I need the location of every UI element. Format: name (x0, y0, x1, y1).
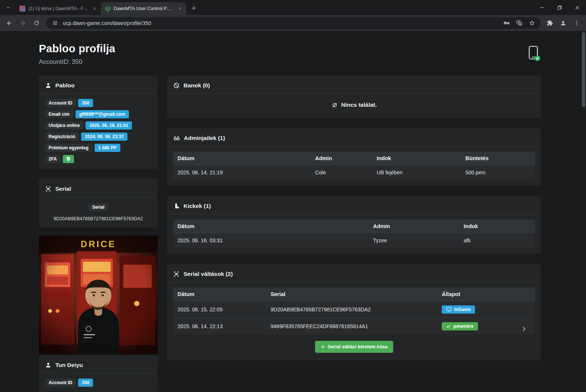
bans-title: Banok (0) (183, 82, 210, 89)
field-label: Account ID (45, 379, 76, 387)
plus-icon (191, 5, 197, 11)
browser-toolbar: ucp.dawn-game.com/dawn/profile/350 (0, 15, 586, 31)
field-label: Regisztráció (45, 133, 79, 141)
site-info-icon[interactable] (50, 18, 60, 28)
tab-strip: (1) Új téma | DawnMTA - Fórum DawnMTA Us… (0, 0, 586, 15)
profile-card: Pabloo Account ID 350 Email cím gf9698**… (39, 75, 158, 169)
field-value: 350 (78, 379, 93, 387)
kebab-menu-icon (574, 20, 580, 26)
mobile-device-verified-icon (526, 46, 541, 62)
kicks-table: Dátum Admin Indok 2025. 06. 16. 03:31 Ty… (173, 220, 535, 248)
profile-avatar-button[interactable] (557, 17, 570, 29)
tab-search-button[interactable] (3, 2, 13, 13)
cell-admin: Cole (311, 165, 372, 180)
forward-button[interactable] (16, 17, 29, 29)
second-character-name: Tun Deiyu (55, 362, 83, 368)
column-header: Dátum (173, 287, 266, 301)
reload-button[interactable] (30, 17, 43, 29)
field-value: 2025. 06. 18. 21:01 (86, 121, 132, 130)
close-button[interactable] (568, 0, 586, 15)
tab-title: (1) Új téma | DawnMTA - Fórum (28, 6, 88, 11)
field-label: Email cím (45, 110, 73, 118)
check-icon (446, 324, 451, 329)
bookmark-star-icon[interactable] (527, 18, 537, 28)
table-row: 2025. 06. 14. 21:19 Cole UB fejében 500 … (173, 165, 535, 180)
new-tab-button[interactable] (188, 3, 199, 13)
back-button[interactable] (3, 17, 16, 29)
kicks-title: Kickek (1) (183, 203, 211, 209)
plus-icon (321, 345, 325, 349)
cell-admin: Tyzee (368, 233, 459, 248)
table-row: 2025. 06. 14. 22:13 9489F835785FEEC24DF6… (173, 318, 535, 335)
table-row: 2025. 06. 16. 03:31 Tyzee afk (173, 233, 535, 248)
shield-check-icon (66, 156, 71, 162)
adminjails-table: Dátum Admin Indok Büntetés 2025. 06. 14.… (173, 152, 535, 180)
serial-value: 9D20AB9EB4785B727981CE96F5763DA2 (53, 216, 143, 221)
column-header: Dátum (173, 152, 311, 165)
table-header-row: Dátum Admin Indok Büntetés (173, 152, 535, 165)
tab-close-icon[interactable] (176, 5, 183, 12)
serial-change-request-button[interactable]: Serial váltási kérelem írása (315, 341, 393, 353)
extensions-button[interactable] (543, 17, 556, 29)
cell-reason: afk (459, 233, 536, 248)
serial-card: Serial Serial 9D20AB9EB4785B727981CE96F5… (39, 179, 158, 227)
handcuffs-icon (173, 134, 180, 141)
empty-set-icon (331, 102, 338, 108)
divider (167, 146, 541, 146)
tab-close-icon[interactable] (91, 5, 98, 12)
address-bar[interactable]: ucp.dawn-game.com/dawn/profile/350 (46, 17, 540, 29)
cell-date: 2025. 06. 16. 03:31 (173, 233, 368, 248)
ban-icon (173, 82, 180, 89)
account-id-subtitle: AccountID: 350 (39, 58, 115, 66)
column-header: Admin (311, 152, 372, 165)
tab-forum[interactable]: (1) Új téma | DawnMTA - Fórum (16, 2, 101, 15)
serial-changes-table: Dátum Serial Állapot 2025. 06. 15. 22:05… (173, 287, 535, 335)
puzzle-icon (547, 20, 553, 26)
page-scrollbar (581, 31, 586, 392)
next-page-chevron[interactable] (519, 324, 528, 333)
restore-button[interactable] (551, 0, 568, 15)
second-character-row: Account ID 350 (45, 379, 152, 387)
serial-changes-card: Serial váltások (2) Dátum Serial Állapot (167, 264, 541, 360)
translate-icon[interactable] (514, 18, 524, 28)
adminjails-title: Adminjailek (1) (184, 135, 225, 141)
field-value: 2024. 08. 06. 23:37 (81, 133, 127, 141)
avatar-icon (560, 20, 567, 27)
tab-title: DawnMTA User Control Panel (114, 6, 173, 11)
table-header-row: Dátum Serial Állapot (173, 287, 535, 301)
serial-changes-title: Serial váltások (2) (183, 271, 233, 277)
cell-reason: UB fejében (372, 165, 461, 180)
ucp-profile-page: Pabloo profilja AccountID: 350 Pabloo (0, 31, 586, 392)
empty-state: Nincs találat. (173, 94, 535, 112)
right-column: Banok (0) Nincs találat. Adminjailek (1) (167, 75, 541, 360)
url-text[interactable]: ucp.dawn-game.com/dawn/profile/350 (63, 20, 499, 26)
serial-label-badge: Serial (89, 203, 108, 211)
cube-favicon-icon (105, 6, 111, 12)
kick-boot-icon (173, 203, 180, 209)
kicks-card: Kickek (1) Dátum Admin Indok (167, 196, 541, 253)
reload-icon (33, 20, 40, 26)
cell-date: 2025. 06. 14. 21:19 (173, 165, 311, 180)
character-screenshot: DRICE (39, 236, 158, 354)
browser-window: (1) Új téma | DawnMTA - Fórum DawnMTA Us… (0, 0, 586, 392)
cell-punishment: 500 perc (461, 165, 535, 180)
column-header: Serial (266, 287, 437, 301)
tab-ucp[interactable]: DawnMTA User Control Panel (101, 2, 186, 15)
passwords-key-icon[interactable] (502, 18, 511, 28)
column-header: Büntetés (461, 152, 535, 165)
person-icon (45, 362, 52, 368)
table-row: 2025. 06. 15. 22:05 9D20AB9EB4785B727981… (173, 301, 535, 318)
column-header: Indok (372, 152, 461, 165)
bans-card: Banok (0) Nincs találat. (167, 75, 541, 118)
scrollbar-thumb[interactable] (582, 32, 585, 107)
column-header: Állapot (437, 287, 535, 301)
browser-menu-button[interactable] (570, 17, 583, 29)
page-title: Pabloo profilja (39, 43, 115, 55)
field-label: Utoljára online (45, 121, 83, 130)
second-character-card: Tun Deiyu Account ID 350 (39, 355, 158, 392)
table-header-row: Dátum Admin Indok (173, 220, 535, 233)
minimize-button[interactable] (533, 0, 551, 15)
profile-name: Pabloo (55, 82, 75, 89)
field-label: Prémium egyenleg (45, 144, 92, 152)
profile-row-account-id: Account ID 350 (45, 99, 152, 107)
